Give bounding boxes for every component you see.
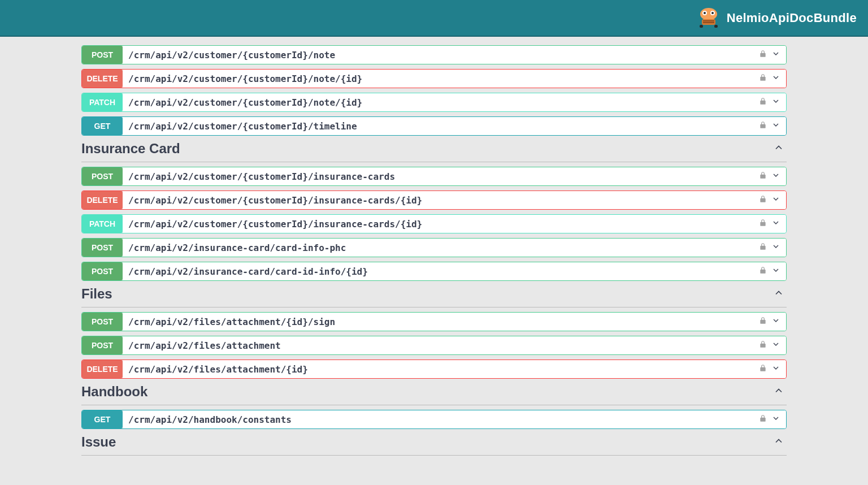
operation-row[interactable]: POST/crm/api/v2/insurance-card/card-id-i…	[81, 262, 787, 281]
brand-logo[interactable]: NelmioApiDocBundle	[696, 5, 857, 32]
expand-button[interactable]	[771, 414, 780, 425]
chevron-down-icon	[771, 171, 780, 180]
auth-lock-button[interactable]	[759, 97, 767, 107]
auth-lock-button[interactable]	[759, 219, 767, 229]
expand-button[interactable]	[771, 316, 780, 327]
section-toggle[interactable]	[773, 435, 784, 449]
operation-row[interactable]: GET/crm/api/v2/handbook/constants	[81, 410, 787, 429]
operation-right	[759, 70, 786, 88]
operation-row[interactable]: POST/crm/api/v2/files/attachment/{id}/si…	[81, 312, 787, 331]
section-toggle[interactable]	[773, 142, 784, 155]
expand-button[interactable]	[771, 363, 780, 375]
operation-row[interactable]: POST/crm/api/v2/insurance-card/card-info…	[81, 238, 787, 257]
operation-row[interactable]: DELETE/crm/api/v2/files/attachment/{id}	[81, 360, 787, 379]
section-header[interactable]: Insurance Card	[81, 136, 787, 162]
chevron-down-icon	[771, 49, 780, 58]
section-toggle[interactable]	[773, 287, 784, 301]
operation-right	[759, 167, 786, 185]
operation-row[interactable]: PATCH/crm/api/v2/customer/{customerId}/n…	[81, 93, 787, 112]
lock-icon	[759, 50, 767, 58]
method-badge: POST	[82, 239, 123, 257]
expand-button[interactable]	[771, 97, 780, 108]
auth-lock-button[interactable]	[759, 340, 767, 350]
operation-path: /crm/api/v2/customer/{customerId}/note	[123, 46, 759, 64]
chevron-down-icon	[771, 414, 780, 423]
auth-lock-button[interactable]	[759, 121, 767, 131]
operation-path: /crm/api/v2/customer/{customerId}/note/{…	[123, 70, 759, 88]
section-title: Insurance Card	[81, 141, 180, 157]
auth-lock-button[interactable]	[759, 73, 767, 84]
operation-right	[759, 360, 786, 378]
auth-lock-button[interactable]	[759, 195, 767, 205]
auth-lock-button[interactable]	[759, 171, 767, 181]
expand-button[interactable]	[771, 340, 780, 351]
lock-icon	[759, 171, 767, 179]
operation-row[interactable]: POST/crm/api/v2/customer/{customerId}/no…	[81, 45, 787, 64]
lock-icon	[759, 317, 767, 324]
lock-icon	[759, 73, 767, 81]
section-title: Handbook	[81, 384, 147, 400]
section-title: Issue	[81, 434, 116, 450]
expand-button[interactable]	[771, 266, 780, 277]
operation-row[interactable]: DELETE/crm/api/v2/customer/{customerId}/…	[81, 190, 787, 210]
operation-path: /crm/api/v2/customer/{customerId}/insura…	[123, 191, 759, 209]
operation-right	[759, 239, 786, 257]
expand-button[interactable]	[771, 120, 780, 132]
auth-lock-button[interactable]	[759, 414, 767, 425]
brand-name: NelmioApiDocBundle	[727, 11, 857, 25]
operation-row[interactable]: POST/crm/api/v2/customer/{customerId}/in…	[81, 167, 787, 186]
operation-row[interactable]: PATCH/crm/api/v2/customer/{customerId}/i…	[81, 214, 787, 233]
auth-lock-button[interactable]	[759, 242, 767, 253]
lock-icon	[759, 219, 767, 227]
auth-lock-button[interactable]	[759, 266, 767, 276]
operation-row[interactable]: GET/crm/api/v2/customer/{customerId}/tim…	[81, 116, 787, 136]
section-header[interactable]: Handbook	[81, 379, 787, 405]
expand-button[interactable]	[771, 218, 780, 229]
operation-right	[759, 117, 786, 135]
chevron-down-icon	[771, 316, 780, 325]
api-content: POST/crm/api/v2/customer/{customerId}/no…	[81, 37, 787, 456]
chevron-up-icon	[773, 435, 784, 447]
section-header[interactable]: Files	[81, 281, 787, 308]
operation-path: /crm/api/v2/files/attachment/{id}	[123, 360, 759, 378]
auth-lock-button[interactable]	[759, 317, 767, 327]
section-title: Files	[81, 286, 112, 302]
chevron-down-icon	[771, 97, 780, 106]
section-header[interactable]: Issue	[81, 429, 787, 456]
operation-right	[759, 215, 786, 233]
operation-right	[759, 313, 786, 331]
operation-path: /crm/api/v2/files/attachment/{id}/sign	[123, 313, 759, 331]
svg-point-0	[700, 8, 717, 20]
svg-point-7	[711, 12, 714, 14]
operation-path: /crm/api/v2/customer/{customerId}/note/{…	[123, 93, 759, 111]
operation-right	[759, 93, 786, 111]
lock-icon	[759, 340, 767, 348]
brand-icon	[696, 5, 721, 32]
svg-rect-9	[714, 25, 718, 28]
operation-path: /crm/api/v2/insurance-card/card-info-phc	[123, 239, 759, 257]
auth-lock-button[interactable]	[759, 364, 767, 374]
chevron-down-icon	[771, 194, 780, 203]
chevron-up-icon	[773, 142, 784, 153]
operation-right	[759, 46, 786, 64]
operation-row[interactable]: POST/crm/api/v2/files/attachment	[81, 336, 787, 355]
operation-path: /crm/api/v2/customer/{customerId}/insura…	[123, 215, 759, 233]
expand-button[interactable]	[771, 49, 780, 60]
expand-button[interactable]	[771, 171, 780, 182]
expand-button[interactable]	[771, 194, 780, 206]
auth-lock-button[interactable]	[759, 50, 767, 60]
expand-button[interactable]	[771, 242, 780, 253]
section-toggle[interactable]	[773, 385, 784, 399]
method-badge: DELETE	[82, 70, 123, 88]
operation-path: /crm/api/v2/customer/{customerId}/timeli…	[123, 117, 759, 135]
operation-path: /crm/api/v2/files/attachment	[123, 336, 759, 354]
lock-icon	[759, 242, 767, 250]
operation-row[interactable]: DELETE/crm/api/v2/customer/{customerId}/…	[81, 69, 787, 88]
operation-right	[759, 262, 786, 280]
operation-path: /crm/api/v2/insurance-card/card-id-info/…	[123, 262, 759, 280]
chevron-up-icon	[773, 385, 784, 396]
chevron-down-icon	[771, 242, 780, 251]
method-badge: DELETE	[82, 191, 123, 209]
operation-path: /crm/api/v2/customer/{customerId}/insura…	[123, 167, 759, 185]
expand-button[interactable]	[771, 73, 780, 84]
